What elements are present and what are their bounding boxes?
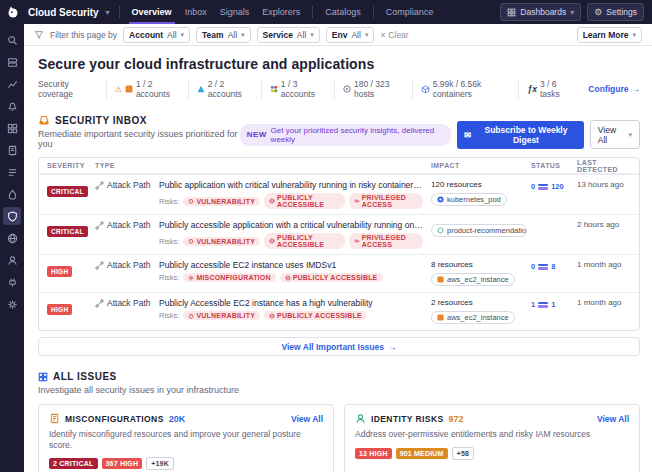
tab-compliance[interactable]: Compliance (383, 1, 437, 24)
more-count-badge[interactable]: +58 (452, 447, 474, 460)
chevron-down-icon: ▾ (628, 131, 632, 139)
security-inbox-title: SECURITY INBOX (55, 115, 147, 126)
issue-title: Publicly accessible application with a c… (159, 220, 423, 230)
configure-link[interactable]: Configure → (588, 84, 640, 94)
subscribe-digest-button[interactable]: ✉ Subscribe to Weekly Digest (457, 121, 584, 149)
severity-badge: CRITICAL (47, 226, 88, 237)
security-inbox-table: SEVERITY TYPE IMPACT STATUS LAST DETECTE… (38, 157, 640, 331)
attack-path-icon (95, 221, 104, 230)
monitors-bell-icon[interactable] (3, 97, 21, 115)
filter-account[interactable]: Account All ▾ (123, 27, 190, 43)
globe-icon (285, 275, 291, 281)
tab-explorers[interactable]: Explorers (259, 1, 303, 24)
risks-label: Risks: (159, 197, 179, 206)
integrations-plug-icon[interactable] (3, 273, 21, 291)
funnel-icon (34, 30, 44, 40)
filter-name: Service (263, 30, 293, 40)
filter-value: All (167, 30, 176, 40)
filter-env[interactable]: Env All ▾ (326, 27, 375, 43)
row-type: Attack Path (107, 260, 150, 270)
datadog-logo-icon[interactable] (5, 4, 21, 20)
logs-icon[interactable] (3, 163, 21, 181)
misconfigurations-icon (49, 413, 60, 424)
rail-settings-gear-icon[interactable] (3, 295, 21, 313)
tab-signals[interactable]: Signals (217, 1, 253, 24)
product-switcher[interactable]: Cloud Security (28, 7, 99, 18)
risks-label: Risks: (159, 311, 179, 320)
apm-flame-icon[interactable] (3, 185, 21, 203)
learn-more-button[interactable]: Learn More ▾ (577, 27, 642, 43)
security-shield-icon[interactable] (3, 207, 21, 225)
table-row[interactable]: HIGH Attack Path Publicly Accessible EC2… (39, 292, 639, 330)
infrastructure-icon[interactable] (3, 53, 21, 71)
bug-icon (188, 313, 194, 319)
coverage-hosts[interactable]: 180 / 323 hosts (334, 79, 412, 99)
tab-catalogs[interactable]: Catalogs (322, 1, 364, 24)
resource-chip[interactable]: aws_ec2_instance (431, 273, 515, 286)
card-view-all-link[interactable]: View All (291, 414, 323, 424)
coverage-gcp[interactable]: 1 / 3 accounts (261, 79, 334, 99)
key-icon (354, 238, 360, 244)
coverage-azure[interactable]: 2 / 2 accounts (188, 79, 261, 99)
risk-vulnerability: VULNERABILITY (183, 311, 260, 320)
attack-path-icon (95, 181, 104, 190)
ec2-icon (437, 276, 444, 283)
dashboards-label: Dashboards (520, 7, 566, 17)
coverage-aws[interactable]: ⚠ 1 / 2 accounts (106, 79, 188, 99)
inbox-tray-icon (38, 114, 50, 126)
chevron-down-icon: ▾ (365, 31, 369, 39)
filter-service[interactable]: Service All ▾ (257, 27, 320, 43)
nav-divider (312, 6, 313, 18)
high-count-badge[interactable]: 13 HIGH (355, 448, 392, 459)
issue-title: Publicly accessible EC2 instance uses IM… (159, 260, 423, 270)
last-detected: 2 hours ago (577, 220, 639, 229)
risks-label: Risks: (159, 273, 179, 282)
bug-icon (188, 238, 194, 244)
card-view-all-link[interactable]: View All (597, 414, 629, 424)
resource-chip[interactable]: product-recommendation (431, 224, 527, 237)
filter-name: Env (332, 30, 348, 40)
filter-team[interactable]: Team All ▾ (196, 27, 251, 43)
resource-chip[interactable]: aws_ec2_instance (431, 311, 515, 324)
table-row[interactable]: CRITICAL Attack Path Public application … (39, 174, 639, 214)
kubernetes-icon (437, 196, 444, 203)
arrow-right-icon: → (388, 342, 397, 352)
synthetics-globe-icon[interactable] (3, 229, 21, 247)
rum-user-icon[interactable] (3, 251, 21, 269)
filter-name: Account (129, 30, 163, 40)
search-icon[interactable] (3, 31, 21, 49)
table-row[interactable]: HIGH Attack Path Publicly accessible EC2… (39, 254, 639, 292)
metrics-icon[interactable] (3, 75, 21, 93)
status-indicator (531, 220, 577, 222)
clear-filters-button[interactable]: × Clear (380, 30, 408, 40)
view-all-important-issues[interactable]: View All Important Issues → (38, 337, 640, 356)
status-indicator: 11 (531, 298, 577, 309)
more-count-badge[interactable]: +19K (146, 457, 174, 470)
coverage-label: Security coverage (38, 79, 98, 99)
resource-chip[interactable]: kubernetes_pod (431, 193, 507, 206)
dashboards-icon[interactable] (3, 119, 21, 137)
inbox-view-all-dropdown[interactable]: View All ▾ (590, 120, 640, 149)
table-row[interactable]: CRITICAL Attack Path Publicly accessible… (39, 214, 639, 254)
security-coverage-row: Security coverage ⚠ 1 / 2 accounts 2 / 2… (38, 79, 640, 99)
tab-inbox[interactable]: Inbox (182, 1, 210, 24)
risks-label: Risks: (159, 237, 179, 246)
coverage-containers[interactable]: 5.99k / 6.56k containers (412, 79, 519, 99)
chevron-down-icon: ▾ (570, 8, 574, 17)
risk-publicly-accessible: PUBLICLY ACCESSIBLE (264, 193, 345, 209)
medium-count-badge[interactable]: 901 MEDIUM (396, 448, 448, 459)
card-title: IDENTITY RISKS (371, 414, 444, 424)
status-indicator: 08 (531, 260, 577, 271)
settings-button[interactable]: ⚙ Settings (587, 3, 644, 21)
risk-privileged-access: PRIVILEGED ACCESS (349, 193, 423, 209)
col-status: STATUS (531, 162, 577, 169)
dashboards-button[interactable]: Dashboards ▾ (500, 3, 581, 21)
coverage-tasks[interactable]: ƒx 3 / 6 tasks (518, 79, 580, 99)
notebooks-icon[interactable] (3, 141, 21, 159)
chevron-down-icon: ▾ (106, 8, 110, 17)
new-badge: NEW (247, 130, 267, 139)
tab-overview[interactable]: Overview (129, 1, 175, 24)
critical-count-badge[interactable]: 2 CRITICAL (49, 458, 98, 469)
col-type: TYPE (95, 162, 159, 169)
high-count-badge[interactable]: 367 HIGH (102, 458, 143, 469)
